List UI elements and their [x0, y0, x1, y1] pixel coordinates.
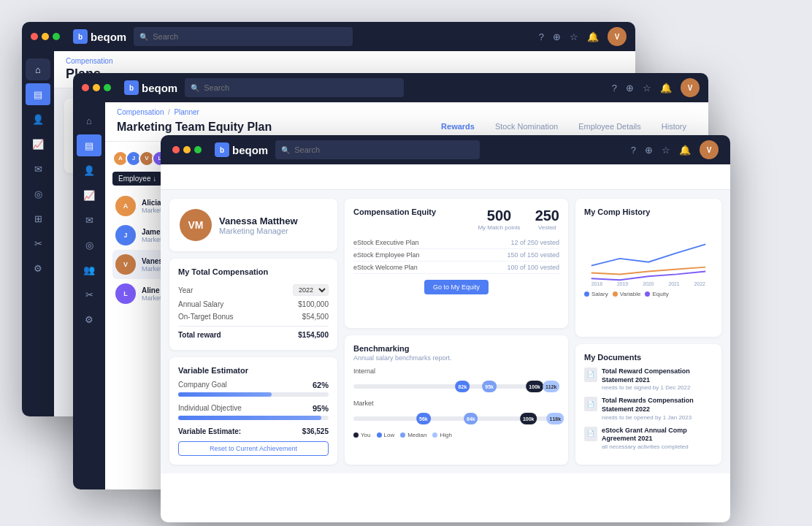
close-dot[interactable] — [31, 33, 38, 40]
year-2021: 2021 — [668, 281, 679, 286]
profile-name: Vanessa Matthew — [219, 216, 298, 226]
minimize-dot[interactable] — [42, 33, 49, 40]
tab-employee-details[interactable]: Employee Details — [568, 118, 651, 137]
doc-icon-0: 📄 — [584, 367, 597, 382]
doc-sub-2: all necessary activities completed — [602, 443, 713, 450]
emp-avatar-3: L — [115, 283, 136, 304]
minimize-dot-3[interactable] — [183, 146, 191, 153]
bell-icon-1[interactable]: 🔔 — [587, 31, 599, 42]
help-icon-2[interactable]: ? — [612, 83, 617, 94]
sidebar-item-filter-1[interactable]: ⊞ — [26, 207, 50, 229]
sidebar-item-home-2[interactable]: ⌂ — [77, 110, 102, 132]
sidebar-item-people-2[interactable]: 👤 — [77, 159, 102, 181]
equity-card: Compensation Equity 500 My Match points … — [345, 199, 568, 328]
search-input-3[interactable] — [294, 145, 474, 154]
legend-dot-high — [432, 432, 437, 438]
year-2020: 2020 — [643, 281, 654, 286]
legend-label-equity: Equity — [652, 291, 668, 297]
comp-history-chart: 2018 2019 2020 2021 2022 — [584, 222, 713, 288]
help-icon-1[interactable]: ? — [539, 31, 544, 42]
sidebar-item-chart-1[interactable]: 📈 — [26, 133, 50, 155]
maximize-dot-2[interactable] — [104, 84, 111, 91]
legend-equity: Equity — [645, 291, 668, 297]
equity-vested-val: 250 — [535, 207, 559, 224]
equity-plan-0: eStock Executive Plan — [353, 239, 419, 246]
bell-icon-3[interactable]: 🔔 — [679, 145, 691, 156]
maximize-dot[interactable] — [53, 33, 60, 40]
sidebar-item-mail-2[interactable]: ✉ — [77, 209, 102, 231]
search-bar-1[interactable]: 🔍 — [134, 27, 353, 46]
equity-vested-2: 100 of 100 vested — [507, 264, 559, 271]
search-input-1[interactable] — [153, 32, 347, 41]
star-icon-3[interactable]: ☆ — [662, 145, 670, 156]
tab-history[interactable]: History — [651, 118, 697, 137]
help-icon-3[interactable]: ? — [631, 145, 636, 156]
win1-sidebar: ⌂ ▤ 👤 📈 ✉ ◎ ⊞ ✂ ⚙ — [22, 51, 54, 416]
legend-label-high: High — [440, 432, 451, 438]
window-3: b beqom 🔍 ? ⊕ ☆ 🔔 V Passport VM Vanessa … — [161, 135, 730, 522]
equity-num-vested: 250 Vested — [535, 207, 559, 231]
market-bar-row: 100k 56k 84k 118k — [353, 410, 559, 427]
sidebar-item-target-2[interactable]: ◎ — [77, 234, 102, 256]
comp-history-title: My Comp History — [584, 207, 713, 216]
company-goal-track — [178, 392, 329, 397]
sidebar-item-home-1[interactable]: ⌂ — [26, 58, 50, 80]
market-label: Market — [353, 400, 559, 407]
sidebar-item-settings-2[interactable]: ⚙ — [77, 308, 102, 330]
plus-icon-2[interactable]: ⊕ — [626, 83, 634, 94]
sidebar-item-person-2[interactable]: 👥 — [77, 259, 102, 281]
close-dot-3[interactable] — [172, 146, 180, 153]
bonus-label: On-Target Bonus — [178, 313, 234, 321]
equity-vested-1: 150 of 150 vested — [507, 251, 559, 259]
company-goal-row: Company Goal 62% — [178, 381, 329, 397]
sidebar-item-mail-1[interactable]: ✉ — [26, 158, 50, 180]
search-bar-3[interactable]: 🔍 — [275, 140, 480, 159]
user-avatar-3[interactable]: V — [700, 140, 719, 159]
user-avatar-2[interactable]: V — [681, 78, 700, 97]
plus-icon-1[interactable]: ⊕ — [553, 31, 561, 42]
go-equity-btn[interactable]: Go to My Equity — [424, 280, 489, 294]
sidebar-item-settings-1[interactable]: ⚙ — [26, 257, 50, 279]
year-select[interactable]: 2022 2021 — [293, 284, 329, 296]
internal-badge-82: 82k — [456, 381, 470, 392]
sidebar-item-active-2[interactable]: ▤ — [77, 134, 102, 156]
equity-vested-0: 12 of 250 vested — [510, 239, 559, 246]
year-label: Year — [178, 286, 193, 294]
sidebar-item-tools-1[interactable]: ✂ — [26, 232, 50, 254]
salary-label: Annual Salary — [178, 300, 223, 308]
plus-icon-3[interactable]: ⊕ — [645, 145, 653, 156]
employee-filter-btn[interactable]: Employee ↓ — [112, 172, 162, 186]
sidebar-item-chart-2[interactable]: 📈 — [77, 184, 102, 206]
equity-numbers: 500 My Match points 250 Vested — [478, 207, 559, 231]
legend-label-you: You — [361, 432, 371, 438]
star-icon-1[interactable]: ☆ — [570, 31, 578, 42]
close-dot-2[interactable] — [82, 84, 89, 91]
comp-salary-row: Annual Salary $100,000 — [178, 298, 329, 310]
sidebar-item-people-1[interactable]: 👤 — [26, 108, 50, 130]
user-avatar-1[interactable]: V — [608, 27, 627, 46]
doc-name-2: eStock Grant Annual Comp Agreement 2021 — [602, 427, 713, 443]
win2-title: Marketing Team Equity Plan — [117, 121, 272, 134]
search-input-2[interactable] — [204, 83, 398, 92]
company-goal-label: Company Goal — [178, 381, 227, 389]
minimize-dot-2[interactable] — [93, 84, 100, 91]
market-badge-100: 100k — [520, 413, 537, 424]
equity-line — [591, 271, 705, 280]
tab-rewards[interactable]: Rewards — [431, 118, 485, 137]
sidebar-item-target-1[interactable]: ◎ — [26, 183, 50, 205]
reset-btn[interactable]: Reset to Current Achievement — [178, 441, 329, 456]
sidebar-item-tools-2[interactable]: ✂ — [77, 283, 102, 305]
maximize-dot-3[interactable] — [194, 146, 202, 153]
total-comp-title: My Total Compensation — [178, 267, 329, 276]
doc-name-1: Total Rewards Compensation Statement 202… — [602, 397, 713, 413]
sidebar-item-active-1[interactable]: ▤ — [26, 83, 50, 105]
comp-year-row: Year 2022 2021 — [178, 282, 329, 298]
breadcrumb-comp-2: Compensation — [117, 108, 164, 116]
star-icon-2[interactable]: ☆ — [643, 83, 651, 94]
legend-label-median: Median — [407, 432, 426, 438]
win2-sidebar: ⌂ ▤ 👤 📈 ✉ ◎ 👥 ✂ ⚙ — [73, 102, 105, 489]
estimate-label: Variable Estimate: — [178, 427, 241, 435]
bell-icon-2[interactable]: 🔔 — [660, 83, 672, 94]
search-bar-2[interactable]: 🔍 — [185, 78, 404, 97]
tab-stock[interactable]: Stock Nomination — [485, 118, 568, 137]
